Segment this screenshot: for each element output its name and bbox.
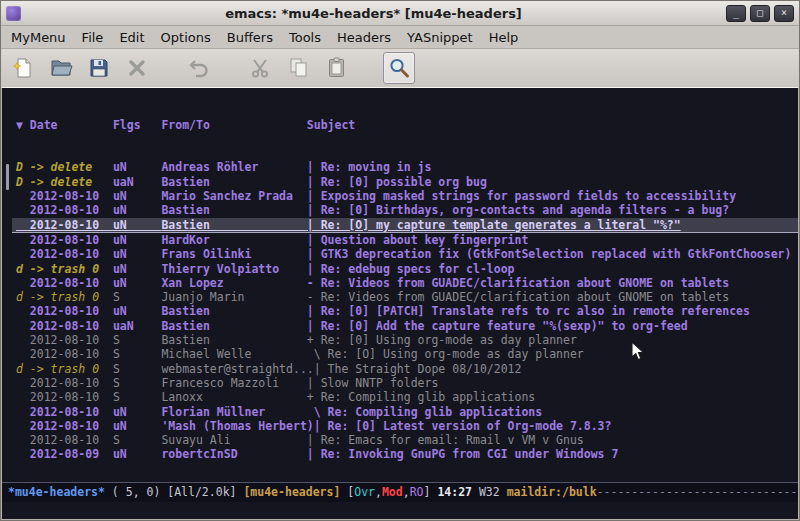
modeline-segment: [mu4e-headers]	[243, 485, 340, 499]
search-button[interactable]	[383, 52, 415, 84]
from-column: Lanoxx	[161, 390, 306, 404]
message-row[interactable]: 2012-08-10 S Bastien + Re: [0] Using org…	[12, 333, 798, 347]
modeline-segment: ,	[403, 485, 410, 499]
cut-button[interactable]	[245, 52, 277, 84]
open-file-button[interactable]	[45, 52, 77, 84]
emacs-window: emacs: *mu4e-headers* [mu4e-headers] _□×…	[0, 0, 800, 521]
date-column: 2012-08-10	[16, 376, 113, 390]
flags-column: S	[113, 433, 161, 447]
echo-area[interactable]	[2, 502, 798, 519]
message-row[interactable]: 2012-08-10 uN Bastien | Re: [0] [PATCH] …	[12, 304, 798, 318]
modeline-segment: Mod	[382, 485, 403, 499]
from-column: Xan Lopez	[161, 276, 306, 290]
new-file-button[interactable]	[7, 52, 39, 84]
modeline-segment: Ovr	[354, 485, 375, 499]
message-row[interactable]: D -> delete uaN Bastien | Re: [0] possib…	[12, 175, 798, 189]
menu-help[interactable]: Help	[481, 28, 527, 47]
message-row[interactable]: 2012-08-10 uN HardKor | Question about k…	[12, 233, 798, 247]
date-column: 2012-08-10	[16, 347, 113, 361]
date-column: 2012-08-10	[16, 247, 113, 261]
menu-headers[interactable]: Headers	[329, 28, 399, 47]
message-row[interactable]: 2012-08-10 uN Frans Oilinki | GTK3 depre…	[12, 247, 798, 261]
cut-icon	[249, 56, 273, 80]
message-row[interactable]: 2012-08-09 uN robertcInSD | Re: Invoking…	[12, 447, 798, 461]
subject-column: | Re: [O] my capture template generates …	[307, 218, 681, 232]
flags-column: S	[113, 376, 161, 390]
save-icon	[87, 56, 111, 80]
flags-column: uN	[113, 189, 161, 203]
maximize-button[interactable]: □	[750, 5, 770, 22]
message-list: D -> delete uN Andreas Röhler | Re: movi…	[12, 160, 798, 461]
message-row[interactable]: 2012-08-10 S Suvayu Ali | Re: Emacs for …	[12, 433, 798, 447]
subject-column: + Re: Compiling glib applications	[307, 390, 535, 404]
paste-button[interactable]	[321, 52, 353, 84]
scrollbar[interactable]	[2, 88, 12, 482]
from-column: Frans Oilinki	[161, 247, 306, 261]
date-column: 2012-08-10	[16, 189, 113, 203]
message-row[interactable]: 2012-08-10 uN Florian Müllner \ Re: Comp…	[12, 405, 798, 419]
open-file-icon	[49, 56, 73, 80]
subject-column: + Re: [0] Using org-mode as day planner	[307, 333, 577, 347]
scrollbar-thumb[interactable]	[6, 164, 9, 190]
from-column: Bastien	[161, 218, 306, 232]
subject-column: | Exposing masked strings for password f…	[307, 189, 736, 203]
kill-buffer-button[interactable]	[121, 52, 153, 84]
buffer-text: ▼ Date Flgs From/To Subject D -> delete …	[12, 88, 798, 482]
from-column: Francesco Mazzoli	[161, 376, 306, 390]
mark-column: d -> trash 0	[16, 290, 113, 304]
minimize-button[interactable]: _	[726, 5, 746, 22]
menu-tools[interactable]: Tools	[281, 28, 329, 47]
flags-column: S	[113, 362, 161, 376]
save-button[interactable]	[83, 52, 115, 84]
mode-line: *mu4e-headers* ( 5, 0) [All/2.0k] [mu4e-…	[2, 482, 798, 502]
date-column: 2012-08-10	[16, 218, 113, 232]
window-controls: _□×	[726, 5, 794, 22]
from-column: Suvayu Ali	[161, 433, 306, 447]
modeline-segment: ( 5, 0) [All/2.0k]	[105, 485, 243, 499]
subject-column: | Re: [0] Birthdays, org-contacts and ag…	[307, 203, 729, 217]
message-row[interactable]: 2012-08-10 S Lanoxx + Re: Compiling glib…	[12, 390, 798, 404]
message-row[interactable]: 2012-08-10 uaN Bastien | Re: [0] Add the…	[12, 319, 798, 333]
message-row[interactable]: 2012-08-10 S Francesco Mazzoli | Slow NN…	[12, 376, 798, 390]
from-column: Florian Müllner	[161, 405, 306, 419]
menu-yasnippet[interactable]: YASnippet	[399, 28, 481, 47]
from-column: 'Mash (Thomas Herbert)	[161, 419, 313, 433]
undo-button[interactable]	[183, 52, 215, 84]
copy-button[interactable]	[283, 52, 315, 84]
header-line[interactable]: ▼ Date Flgs From/To Subject	[12, 118, 798, 132]
message-row[interactable]: D -> delete uN Andreas Röhler | Re: movi…	[12, 160, 798, 174]
message-row[interactable]: 2012-08-10 S Michael Welle \ Re: [O] Usi…	[12, 347, 798, 361]
message-row[interactable]: d -> trash 0 uN Thierry Volpiatto | Re: …	[12, 262, 798, 276]
date-column: 2012-08-10	[16, 304, 113, 318]
menu-file[interactable]: File	[74, 28, 112, 47]
menu-mymenu[interactable]: MyMenu	[3, 28, 74, 47]
date-column: 2012-08-10	[16, 433, 113, 447]
subject-column: \ Re: [O] Using org-mode as day planner	[307, 347, 584, 361]
flags-column: uN	[113, 447, 161, 461]
subject-column: - Re: Videos from GUADEC/clarification a…	[307, 290, 729, 304]
message-row[interactable]: 2012-08-10 uN Bastien | Re: [0] Birthday…	[12, 203, 798, 217]
subject-column: | The Straight Dope 08/10/2012	[314, 362, 522, 376]
flags-column: uN	[113, 419, 161, 433]
flags-column: uN	[113, 304, 161, 318]
flags-column: uN	[113, 405, 161, 419]
close-button[interactable]: ×	[774, 5, 794, 22]
from-column: HardKor	[161, 233, 306, 247]
flags-column: uN	[113, 203, 161, 217]
message-row[interactable]: 2012-08-10 uN 'Mash (Thomas Herbert)| Re…	[12, 419, 798, 433]
subject-column: - Re: Videos from GUADEC/clarification a…	[307, 276, 729, 290]
message-row[interactable]: 2012-08-10 uN Xan Lopez - Re: Videos fro…	[12, 276, 798, 290]
menu-options[interactable]: Options	[153, 28, 219, 47]
message-row[interactable]: 2012-08-10 uN Bastien | Re: [O] my captu…	[12, 218, 798, 233]
paste-icon	[325, 56, 349, 80]
menu-edit[interactable]: Edit	[111, 28, 152, 47]
menu-buffers[interactable]: Buffers	[219, 28, 281, 47]
message-row[interactable]: d -> trash 0 S Juanjo Marin - Re: Videos…	[12, 290, 798, 304]
mark-column: D -> delete	[16, 175, 113, 189]
title-bar[interactable]: emacs: *mu4e-headers* [mu4e-headers] _□×	[1, 1, 799, 26]
message-row[interactable]: 2012-08-10 uN Mario Sanchez Prada | Expo…	[12, 189, 798, 203]
from-column: Thierry Volpiatto	[161, 262, 306, 276]
undo-icon	[187, 56, 211, 80]
message-row[interactable]: d -> trash 0 S webmaster@straightd...| T…	[12, 362, 798, 376]
flags-column: uaN	[113, 175, 161, 189]
